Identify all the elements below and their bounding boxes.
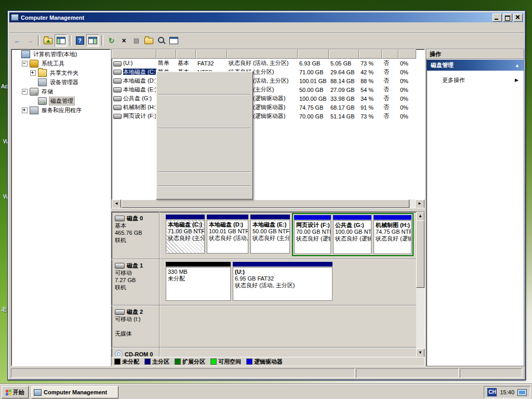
refresh-button[interactable]: ↻ — [105, 35, 117, 46]
disk-row: 磁盘 2 可移动 (I:) 无媒体 — [112, 305, 424, 348]
context-menu-item[interactable] — [157, 97, 251, 107]
partition-本地磁盘-e-[interactable]: 本地磁盘 (E:) 50.00 GB NTFS 状态良好 (主分区) — [250, 215, 290, 254]
disk-icon — [115, 216, 125, 221]
tree-item-disk-management[interactable]: 磁盘管理 — [11, 96, 110, 105]
help-button[interactable]: ? — [74, 35, 86, 46]
volume-row[interactable]: (U:) 简单 基本 FAT32 状态良好 (活动, 主分区) 6.93 GB … — [112, 59, 424, 68]
context-menu-item[interactable] — [157, 140, 251, 150]
scroll-right-button[interactable]: ► — [415, 200, 424, 208]
menu-separator — [158, 185, 250, 187]
title-bar[interactable]: Computer Management — [9, 12, 524, 22]
partition-网页设计-f-[interactable]: 网页设计 (F:) 70.00 GB NTFS 状态良好 (逻辑驱动器) — [294, 215, 331, 254]
show-action-pane-button[interactable] — [86, 34, 99, 47]
properties-icon: ▤ — [134, 37, 139, 44]
context-menu-item[interactable] — [157, 83, 251, 92]
tree-item-computer[interactable]: 计算机管理(本地) — [11, 49, 110, 59]
context-menu-item[interactable] — [157, 116, 251, 126]
disk-management-icon — [38, 97, 47, 105]
disk-partitions: 本地磁盘 (C:) 71.00 GB NTFS 状态良好 (主分区) 本地磁盘 … — [159, 212, 424, 259]
computer-icon — [21, 50, 30, 58]
menu-item[interactable] — [34, 26, 43, 29]
menu-item[interactable] — [26, 26, 34, 29]
console-window-button[interactable] — [168, 35, 180, 46]
forward-button[interactable]: → — [24, 35, 36, 46]
vertical-scrollbar[interactable]: ▲ ▼ — [416, 212, 424, 358]
tree-item-shared-folders[interactable]: 共享文件夹 — [11, 68, 110, 77]
scroll-left-button[interactable]: ◄ — [112, 200, 121, 208]
show-console-tree-button[interactable] — [55, 34, 68, 47]
delete-button[interactable]: × — [118, 35, 130, 46]
menu-separator — [158, 171, 250, 172]
scrollbar-thumb[interactable] — [122, 200, 409, 208]
disk-info-磁盘-0[interactable]: 磁盘 0 基本 465.76 GB 联机 — [112, 212, 159, 259]
disk-rows: 磁盘 0 基本 465.76 GB 联机 本地磁盘 (C:) 71.00 GB … — [112, 212, 424, 360]
partition-未分配[interactable]: 330 MB 未分配 — [166, 262, 231, 301]
taskbar: 开始 Computer Management CH 15:40 — [0, 384, 532, 399]
context-menu-item[interactable] — [157, 160, 251, 170]
volume-icon — [113, 61, 122, 66]
maximize-icon — [505, 16, 510, 21]
tree-expander[interactable] — [22, 108, 28, 113]
legend-swatch — [210, 358, 217, 365]
context-menu-item[interactable] — [157, 73, 251, 83]
tree-item-storage[interactable]: 存储 — [11, 87, 110, 96]
context-menu-item[interactable] — [157, 107, 251, 116]
horizontal-scrollbar[interactable]: ◄ ► — [112, 200, 424, 208]
partition--u-[interactable]: (U:) 6.95 GB FAT32 状态良好 (活动, 主分区) — [233, 262, 332, 301]
tree-expander[interactable] — [30, 70, 36, 76]
properties-button[interactable]: ▤ — [130, 35, 142, 46]
tree-item-services[interactable]: 服务和应用程序 — [11, 105, 110, 115]
window-title: Computer Management — [21, 15, 84, 21]
disk-info-磁盘-2[interactable]: 磁盘 2 可移动 (I:) 无媒体 — [112, 305, 159, 347]
partition-机械制图-h-[interactable]: 机械制图 (H:) 74.75 GB NTFS 状态良好 (逻辑驱动器) — [374, 215, 411, 254]
open-folder-button[interactable] — [143, 35, 155, 46]
partition-type-strip — [166, 262, 231, 267]
menu-separator — [158, 128, 250, 129]
device-manager-icon — [38, 78, 47, 86]
close-button[interactable] — [513, 14, 523, 22]
column-header[interactable] — [329, 49, 359, 59]
legend-item: 可用空间 — [210, 358, 241, 366]
volume-icon — [113, 114, 122, 119]
column-header[interactable] — [398, 49, 416, 59]
column-header[interactable] — [359, 49, 382, 59]
clock[interactable]: 15:40 — [500, 389, 514, 395]
context-menu-item — [157, 150, 251, 160]
windows-logo-icon — [6, 389, 11, 395]
column-header[interactable] — [298, 49, 329, 59]
partition-本地磁盘-c-[interactable]: 本地磁盘 (C:) 71.00 GB NTFS 状态良好 (主分区) — [166, 215, 205, 254]
tree-expander[interactable] — [22, 61, 28, 66]
tree-expander[interactable] — [22, 89, 28, 95]
column-header[interactable] — [227, 49, 298, 59]
disk-management-section-bar[interactable]: 磁盘管理 ▲ — [427, 60, 524, 71]
help-icon: ? — [76, 36, 84, 45]
back-button[interactable]: ← — [11, 35, 23, 46]
up-level-button[interactable] — [42, 35, 54, 46]
scrollbar-thumb[interactable] — [416, 220, 424, 288]
partition-公共盘-g-[interactable]: 公共盘 (G:) 100.00 GB NTFS 状态良好 (逻辑驱动器) — [333, 215, 371, 254]
column-header[interactable] — [196, 49, 227, 59]
partition-本地磁盘-d-[interactable]: 本地磁盘 (D:) 100.01 GB NTFS 状态良好 (活动, 主分区) — [207, 215, 248, 254]
input-method-indicator[interactable]: CH — [487, 388, 497, 396]
context-menu-item[interactable] — [157, 174, 251, 184]
system-tray: CH 15:40 — [484, 386, 530, 398]
column-header[interactable] — [112, 49, 156, 59]
display-tray-icon[interactable] — [517, 389, 527, 396]
menu-item[interactable] — [18, 26, 26, 29]
column-header[interactable] — [156, 49, 176, 59]
find-button[interactable] — [155, 35, 167, 46]
disk-partitions: 330 MB 未分配 (U:) 6.95 GB FAT32 状态良好 (活动, … — [159, 259, 424, 305]
more-actions-item[interactable]: 更多操作 ▶ — [427, 75, 524, 85]
tree-item-system-tools[interactable]: 系统工具 — [11, 59, 110, 68]
maximize-button[interactable] — [503, 14, 512, 22]
tree-item-device-manager[interactable]: 设备管理器 — [11, 77, 110, 87]
chevron-up-icon[interactable]: ▲ — [515, 63, 520, 68]
context-menu-item[interactable] — [157, 188, 251, 198]
menu-item[interactable] — [9, 26, 18, 29]
column-header[interactable] — [176, 49, 196, 59]
start-button[interactable]: 开始 — [2, 386, 29, 398]
column-header[interactable] — [382, 49, 398, 59]
minimize-button[interactable] — [493, 14, 502, 22]
disk-info-磁盘-1[interactable]: 磁盘 1 可移动 7.27 GB 联机 — [112, 259, 159, 305]
taskbar-task-computer-management[interactable]: Computer Management — [31, 386, 118, 398]
